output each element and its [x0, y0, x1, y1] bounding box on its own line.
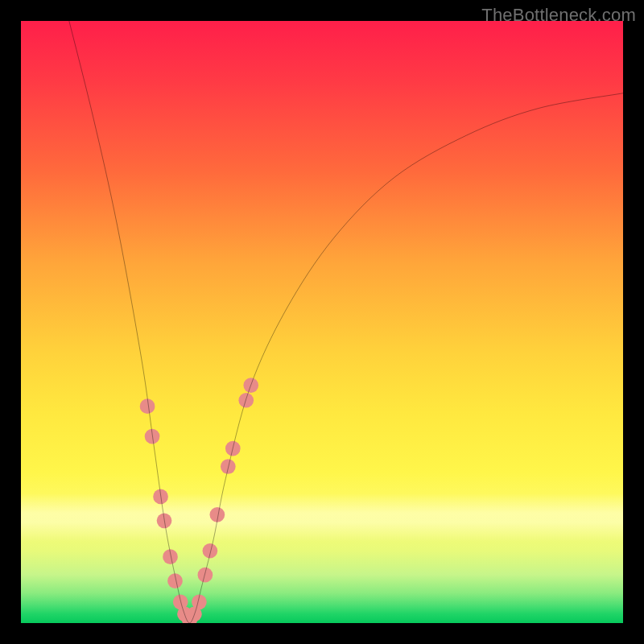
chart-frame: TheBottleneck.com	[0, 0, 644, 644]
sample-dot	[140, 398, 155, 414]
attribution-text: TheBottleneck.com	[481, 5, 636, 26]
sample-dot	[157, 513, 172, 528]
marker-group	[140, 378, 258, 623]
sample-dot	[145, 429, 160, 444]
sample-dot	[163, 549, 178, 564]
sample-dot	[198, 568, 213, 583]
plot-area	[21, 21, 623, 623]
sample-dot	[153, 489, 168, 505]
bottleneck-curve	[69, 21, 623, 623]
sample-dot	[221, 459, 236, 474]
sample-dot	[203, 543, 218, 559]
sample-dot	[238, 393, 254, 408]
curve-svg	[21, 21, 623, 623]
